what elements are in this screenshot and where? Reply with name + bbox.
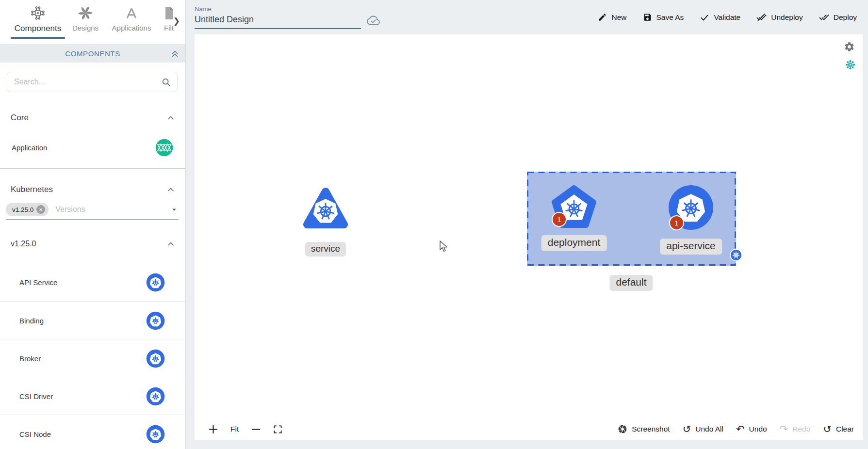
design-name-input[interactable] <box>195 14 361 29</box>
group-label-default[interactable]: default <box>609 275 653 291</box>
component-label: Application <box>12 144 47 152</box>
component-label: Binding <box>19 317 44 325</box>
chevron-up-icon[interactable] <box>166 185 176 194</box>
tab-designs[interactable]: Designs <box>68 4 103 32</box>
versions-placeholder: Versions <box>55 205 170 214</box>
component-search <box>7 72 178 92</box>
clear-button[interactable]: ↺ Clear <box>823 420 854 438</box>
component-item-broker[interactable]: Broker <box>0 339 185 377</box>
application-icon[interactable] <box>155 139 173 157</box>
component-label: API Service <box>19 278 57 287</box>
section-header-version[interactable]: v1.25.0 <box>0 235 185 253</box>
kubernetes-icon[interactable] <box>146 273 165 292</box>
kubernetes-icon[interactable] <box>146 387 165 406</box>
name-field-label: Name <box>195 5 361 13</box>
section-title: Core <box>11 113 29 123</box>
component-item-binding[interactable]: Binding <box>0 301 185 339</box>
tab-components[interactable]: Components <box>11 4 65 39</box>
pencil-icon <box>598 13 607 22</box>
section-header-kubernetes[interactable]: Kubernetes <box>0 180 185 199</box>
circuit-icon <box>30 4 46 22</box>
button-label: Undo All <box>695 425 723 433</box>
chip-remove-icon[interactable]: ✕ <box>36 205 45 214</box>
shutter-icon <box>618 424 627 434</box>
node-label-api-service[interactable]: api-service <box>660 239 722 255</box>
namespace-group-default[interactable]: 1 deployment 1 api-service <box>527 172 736 266</box>
component-sidebar: Components Designs <box>0 0 186 449</box>
fit-button[interactable]: Fit <box>230 420 239 438</box>
tab-applications[interactable]: Applications <box>109 4 154 32</box>
section-divider <box>0 168 185 169</box>
zoom-out-button[interactable] <box>251 420 261 438</box>
component-label: CSI Node <box>19 430 51 438</box>
active-tab-underline <box>11 37 65 39</box>
button-label: Fit <box>230 425 239 433</box>
undeploy-button[interactable]: Undeploy <box>756 12 803 22</box>
search-icon[interactable] <box>161 77 171 87</box>
error-count-badge[interactable]: 1 <box>552 212 567 227</box>
deploy-button[interactable]: Deploy <box>819 12 857 22</box>
component-item-csi-node[interactable]: CSI Node <box>0 415 185 449</box>
validate-button[interactable]: Validate <box>700 13 740 22</box>
node-label-deployment[interactable]: deployment <box>541 235 607 251</box>
kubernetes-icon[interactable] <box>146 349 165 368</box>
dropdown-caret-icon[interactable] <box>170 205 179 214</box>
design-topbar: Name New Save As Validate <box>185 0 868 34</box>
topbar-actions: New Save As Validate Undeploy Deplo <box>598 12 857 22</box>
undo-icon: ↶ <box>736 424 745 434</box>
component-item-csi-driver[interactable]: CSI Driver <box>0 377 185 415</box>
version-chip-label: v1.25.0 <box>12 206 33 213</box>
zoom-toolbar: Fit <box>209 420 282 438</box>
history-toolbar: Screenshot ↺ Undo All ↶ Undo ↷ Redo ↺ Cl… <box>618 420 854 438</box>
redo-button[interactable]: ↷ Redo <box>780 420 811 438</box>
node-label-service[interactable]: service <box>305 242 346 257</box>
versions-select[interactable]: v1.25.0 ✕ Versions <box>6 200 179 220</box>
fullscreen-button[interactable] <box>273 420 282 438</box>
collapse-all-icon[interactable] <box>170 49 180 58</box>
tab-label: Components <box>15 24 61 33</box>
chevron-up-icon[interactable] <box>166 239 176 249</box>
double-check-icon <box>819 12 829 22</box>
button-label: Undeploy <box>771 13 803 22</box>
section-title: v1.25.0 <box>11 240 36 248</box>
panel-title: COMPONENTS <box>65 49 120 58</box>
button-label: Screenshot <box>632 425 670 433</box>
button-label: Redo <box>792 425 810 433</box>
component-label: CSI Driver <box>19 392 53 401</box>
chevron-up-icon[interactable] <box>166 113 176 123</box>
kubernetes-icon[interactable] <box>146 425 165 444</box>
component-item-application[interactable]: Application <box>0 132 185 163</box>
button-label: Clear <box>836 425 854 433</box>
check-icon <box>700 13 709 22</box>
redo-icon: ↷ <box>780 424 788 434</box>
gear-icon[interactable] <box>844 41 855 52</box>
button-label: Deploy <box>834 13 857 22</box>
section-header-core[interactable]: Core <box>0 109 185 127</box>
pinwheel-icon <box>78 4 93 22</box>
mouse-cursor <box>439 241 450 253</box>
sidebar-tabbar: Components Designs <box>0 0 185 44</box>
double-check-crossed-icon <box>756 12 767 22</box>
search-input[interactable] <box>13 77 161 87</box>
meshsync-icon[interactable] <box>845 60 855 70</box>
component-label: Broker <box>19 354 41 363</box>
design-canvas[interactable]: service 1 deployment 1 api-service defau… <box>195 34 863 440</box>
node-service[interactable] <box>301 184 350 232</box>
version-chip[interactable]: v1.25.0 ✕ <box>6 203 49 216</box>
group-kubernetes-badge[interactable] <box>730 249 742 261</box>
error-count-badge[interactable]: 1 <box>669 215 684 230</box>
undo-button[interactable]: ↶ Undo <box>736 420 767 438</box>
undo-all-button[interactable]: ↺ Undo All <box>683 420 723 438</box>
design-name-field: Name <box>195 5 361 29</box>
tab-label: Designs <box>72 24 98 32</box>
zoom-in-button[interactable] <box>209 420 218 438</box>
button-label: Validate <box>714 13 740 22</box>
tab-label: Filt <box>164 24 174 32</box>
kubernetes-icon[interactable] <box>146 311 165 330</box>
tab-scroll-next-icon[interactable]: ❯ <box>173 16 180 26</box>
component-item-api-service[interactable]: API Service <box>0 263 185 301</box>
new-button[interactable]: New <box>598 13 626 22</box>
screenshot-button[interactable]: Screenshot <box>618 420 670 438</box>
save-as-button[interactable]: Save As <box>643 13 684 22</box>
section-title: Kubernetes <box>11 185 53 194</box>
